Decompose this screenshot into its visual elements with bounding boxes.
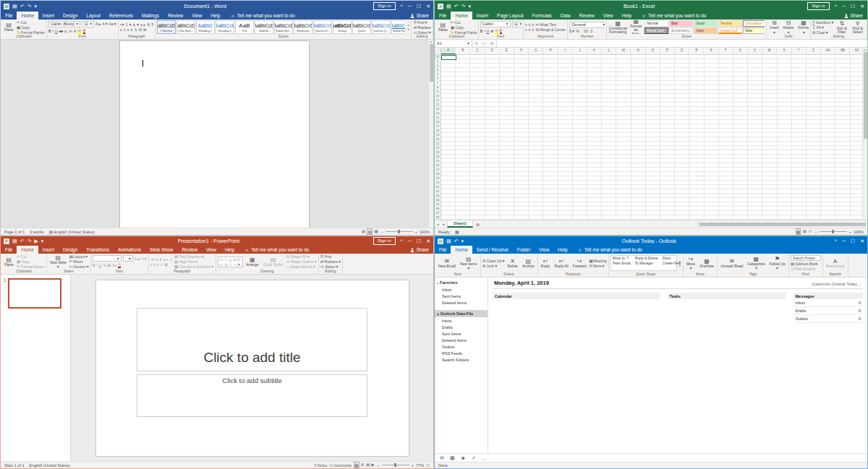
scroll-up-icon[interactable]: ▴ <box>407 23 409 27</box>
column-header[interactable]: AB <box>835 48 850 54</box>
read-mode-icon[interactable]: ▤ <box>362 228 366 235</box>
align-center-button[interactable]: ≡ <box>153 262 156 267</box>
ribbon-tab[interactable]: Home <box>17 246 38 254</box>
indent-buttons[interactable]: ◂ <box>163 257 165 262</box>
zoom-out-icon[interactable]: ─ <box>814 230 817 234</box>
text-effects-button[interactable]: A <box>74 29 76 33</box>
folder-item[interactable]: Deleted Items <box>435 299 488 306</box>
align-center-button[interactable]: ≡ <box>529 27 531 32</box>
ribbon-tab[interactable]: Review <box>178 246 202 254</box>
save-icon[interactable]: ▤ <box>446 238 451 244</box>
share-button[interactable]: Share <box>410 12 433 20</box>
maximize-icon[interactable]: ☐ <box>851 4 855 9</box>
align-bottom-button[interactable]: ≡ <box>532 22 535 27</box>
close-icon[interactable]: ✕ <box>860 238 864 244</box>
scroll-down-icon[interactable]: ▾ <box>407 27 409 31</box>
show-formatting-button[interactable]: ¶ <box>151 22 153 27</box>
cut-button[interactable]: ✂Cut <box>17 20 45 25</box>
paste-button[interactable]: ▤Paste <box>3 257 15 267</box>
page-break-view-icon[interactable]: ▭ <box>808 228 812 235</box>
scroll-down-icon[interactable]: ▾ <box>679 264 681 267</box>
strikethrough-button[interactable]: ab <box>59 29 64 33</box>
language-indicator[interactable]: English (United States) <box>30 463 70 468</box>
scrollbar-thumb[interactable] <box>699 223 866 226</box>
filter-email-button[interactable]: ▽Filter Email▾ <box>791 267 821 271</box>
address-book-button[interactable]: ▤Address Book <box>791 262 821 266</box>
column-header[interactable]: R <box>689 48 704 54</box>
indent-buttons-right[interactable]: ▸ <box>166 257 169 262</box>
triangle-shape-icon[interactable]: △ <box>229 257 231 262</box>
reset-button[interactable]: ↶Reset <box>69 259 88 264</box>
document-page[interactable] <box>120 41 309 228</box>
onenote-button[interactable]: ▦OneNote <box>698 258 715 269</box>
zoom-in-icon[interactable]: + <box>415 230 417 234</box>
web-layout-icon[interactable]: ▦ <box>374 228 378 235</box>
circle-shape-icon[interactable]: ○ <box>225 257 227 262</box>
ribbon-tab[interactable]: Layout <box>82 12 105 20</box>
column-header[interactable]: I <box>558 48 573 54</box>
save-icon[interactable]: ▤ <box>446 4 451 9</box>
minimize-icon[interactable]: ─ <box>408 4 412 9</box>
scrollbar-thumb[interactable] <box>430 44 433 82</box>
column-header[interactable]: F <box>514 48 529 54</box>
close-icon[interactable]: ✕ <box>426 4 430 9</box>
font-name-select[interactable]: Calibri▾ <box>480 21 511 27</box>
folder-item[interactable]: Inbox <box>435 286 488 293</box>
numbering-button[interactable]: 1.▾ <box>126 22 132 27</box>
justify-button[interactable]: ≡ <box>131 27 133 32</box>
style-card[interactable]: AaBbCcDd1 No Spac... <box>176 20 195 34</box>
highlight-button[interactable]: ab <box>77 28 82 34</box>
ribbon-tab[interactable]: Home <box>451 246 472 254</box>
slide-thumbnail[interactable] <box>8 278 61 309</box>
column-header[interactable]: C <box>470 48 485 54</box>
arrow-shape-icon[interactable]: ▷ <box>238 257 241 262</box>
subtitle-placeholder[interactable]: Click to add subtitle <box>137 374 368 418</box>
font-name-select[interactable]: Calibri (Body)▾ <box>48 21 80 27</box>
column-header[interactable]: M <box>616 48 631 54</box>
wrap-text-button[interactable]: ↩Wrap Text <box>536 22 556 27</box>
decrease-indent-button[interactable]: ◂ <box>140 22 142 27</box>
new-email-button[interactable]: ✉New Email <box>437 258 457 269</box>
archive-button[interactable]: ▤Archive <box>521 258 536 269</box>
ribbon-tab[interactable]: Insert <box>472 12 493 20</box>
style-card[interactable]: AaBbCcEHeading 2 <box>216 20 234 34</box>
borders-button[interactable]: ⊞ <box>143 27 146 32</box>
column-header[interactable]: E <box>500 48 514 54</box>
customize-qat-icon[interactable]: ▾ <box>34 4 37 9</box>
text-shadow-button[interactable]: S <box>103 263 105 267</box>
ribbon-tab[interactable]: Home <box>17 12 38 20</box>
number-format-select[interactable]: General▾ <box>569 22 605 28</box>
column-header[interactable]: J <box>573 48 587 54</box>
undo-icon[interactable]: ↶ <box>20 238 25 244</box>
italic-button[interactable]: I <box>484 29 485 33</box>
slide-sorter-view-icon[interactable]: ⊞ <box>361 462 365 468</box>
ribbon-tab[interactable]: Folder <box>513 246 535 254</box>
grow-font-button[interactable]: A▴ <box>95 22 101 26</box>
find-select-button[interactable]: ⚲Find & Select <box>850 20 865 34</box>
save-icon[interactable]: ▤ <box>12 238 17 244</box>
share-button[interactable]: Share <box>410 246 433 254</box>
rectangle-shape-icon[interactable]: ▭ <box>220 257 224 262</box>
message-count-row[interactable]: Outbox0 <box>793 315 863 323</box>
folder-item[interactable]: Sent Items <box>435 293 488 299</box>
cell-style-check-cell[interactable]: Check Cell <box>644 27 668 34</box>
change-case-button[interactable]: Aa▾ <box>109 22 116 26</box>
replace-button[interactable]: ⇄Replace▾ <box>320 259 341 264</box>
shading-button[interactable]: ⊟ <box>139 27 142 32</box>
character-spacing-button[interactable]: Aa <box>112 263 116 267</box>
delete-button[interactable]: ✕Delete <box>506 258 519 269</box>
redo-icon[interactable]: ↷ <box>27 4 32 9</box>
diamond-shape-icon[interactable]: ◇ <box>233 257 236 262</box>
column-header[interactable]: T <box>719 48 733 54</box>
format-as-table-button[interactable]: ▦Format as Table <box>629 20 643 34</box>
cell-style-linked-cell[interactable]: Linked Cell <box>718 27 742 34</box>
ribbon-display-options-icon[interactable]: ^ <box>401 4 403 9</box>
percent-style-button[interactable]: % <box>576 29 579 33</box>
slideshow-view-icon[interactable]: ▶ <box>371 462 375 468</box>
style-card[interactable]: AaBTitle <box>235 20 254 34</box>
ribbon-tab[interactable]: Review <box>163 12 187 20</box>
column-header[interactable]: W <box>762 48 777 54</box>
sort-filter-button[interactable]: ⇅Sort & Filter <box>835 20 849 34</box>
column-header[interactable]: D <box>485 48 500 54</box>
sheet-tab-sheet1[interactable]: Sheet1 <box>447 220 473 228</box>
